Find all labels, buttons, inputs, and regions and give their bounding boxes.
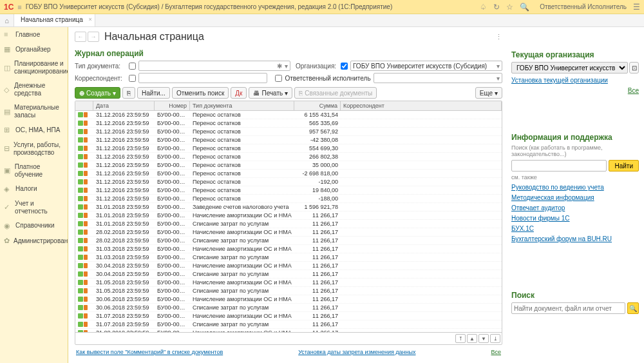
org-select[interactable]: ГОБУ ВПО Университет искусств (Субсидия) <box>511 62 628 74</box>
page-title: Начальная страница <box>104 31 204 43</box>
sidebar-label: Материальные запасы <box>14 104 64 119</box>
table-row[interactable]: 31.12.2016 23:59:59БУ00-000006Перенос ос… <box>75 144 502 153</box>
sidebar-icon: ◫ <box>4 64 10 72</box>
history-icon[interactable]: ↻ <box>493 3 500 12</box>
sidebar-item-10[interactable]: ◉Справочники <box>0 219 68 233</box>
cancel-find-button[interactable]: Отменить поиск <box>172 87 229 99</box>
resp-field[interactable]: ▾ <box>374 73 502 83</box>
col-date[interactable]: Дата <box>93 101 155 110</box>
org-section-title: Текущая организация <box>511 50 639 59</box>
footer-link-date[interactable]: Установка даты запрета изменения данных <box>298 349 415 355</box>
sidebar-item-6[interactable]: ⊟Услуги, работы, производство <box>0 138 68 160</box>
org-field[interactable]: ГОБУ ВПО Университет искусств (Субсидия)… <box>350 61 502 71</box>
table-row[interactable]: 31.03.2018 23:59:59БУ00-000003Списание з… <box>75 253 502 262</box>
sidebar-item-8[interactable]: ◈Налоги <box>0 182 68 197</box>
table-row[interactable]: 31.12.2016 23:59:59БУ00-000011Перенос ос… <box>75 186 502 195</box>
sidebar-item-1[interactable]: ▦Органайзер <box>0 42 68 57</box>
info-find-button[interactable]: Найти <box>609 160 639 172</box>
org-check[interactable] <box>341 63 348 70</box>
footer-link-comment[interactable]: Как вывести поле "Комментарий" в списке … <box>76 349 223 355</box>
table-row[interactable]: 28.02.2018 23:59:59БУ00-000002Начисление… <box>75 228 502 237</box>
menu-icon[interactable]: ≡ <box>17 3 21 11</box>
global-search-button[interactable]: 🔍 <box>627 302 639 314</box>
home-icon[interactable]: ⌂ <box>0 14 14 26</box>
print-button[interactable]: 🖶Печать▾ <box>249 87 292 99</box>
table-row[interactable]: 31.03.2018 23:59:59БУ00-000003Начисление… <box>75 245 502 253</box>
info-link-1[interactable]: Методическая информация <box>511 194 639 201</box>
sidebar-item-5[interactable]: ⊞ОС, НМА, НПА <box>0 123 68 137</box>
grid-bottom[interactable]: ⤓ <box>490 334 500 343</box>
table-row[interactable]: 31.12.2016 23:59:59БУ00-000005Перенос ос… <box>75 136 502 144</box>
grid-down[interactable]: ▼ <box>478 334 489 343</box>
sidebar-item-11[interactable]: ✿Администрирование <box>0 233 68 248</box>
grid-up[interactable]: ▲ <box>467 334 477 343</box>
table-row[interactable]: 31.12.2016 23:59:59БУ00-000009Перенос ос… <box>75 170 502 178</box>
footer-all[interactable]: Все <box>491 349 501 355</box>
bell-icon[interactable]: ♤ <box>480 3 487 12</box>
find-button[interactable]: Найти... <box>137 87 170 99</box>
sidebar-item-3[interactable]: ◇Денежные средства <box>0 79 68 101</box>
org-extra-button[interactable]: ⊡ <box>629 62 639 74</box>
table-row[interactable]: 31.01.2018 23:59:59БУ00-000001Заведение … <box>75 203 502 211</box>
corr-field[interactable] <box>138 73 267 83</box>
info-link-2[interactable]: Отвечает аудитор <box>511 204 639 211</box>
col-num[interactable]: Номер <box>155 101 190 110</box>
col-sum[interactable]: Сумма <box>294 101 341 110</box>
table-row[interactable]: 31.12.2016 23:59:59БУ00-000003Перенос ос… <box>75 119 502 128</box>
tab-start-page[interactable]: Начальная страница × <box>14 14 95 26</box>
sidebar-item-7[interactable]: ▣Платное обучение <box>0 160 68 182</box>
col-corr[interactable]: Корреспондент <box>341 101 502 110</box>
table-row[interactable]: 30.06.2018 23:59:59БУ00-000006Списание з… <box>75 304 502 312</box>
table-row[interactable]: 31.05.2018 23:59:59БУ00-000005Списание з… <box>75 287 502 295</box>
dk-button[interactable]: Дк <box>231 87 247 99</box>
info-link-4[interactable]: БУХ.1С <box>511 225 639 232</box>
see-also-label: см. также <box>511 174 639 181</box>
user-label[interactable]: Ответственный Исполнитель <box>540 3 627 10</box>
table-row[interactable]: 31.01.2018 23:59:59БУ00-000001Начисление… <box>75 211 502 220</box>
table-row[interactable]: 31.12.2016 23:59:59БУ00-000010Перенос ос… <box>75 178 502 186</box>
org-setup-link[interactable]: Установка текущей организации <box>511 77 639 84</box>
sidebar-item-4[interactable]: ▤Материальные запасы <box>0 101 68 123</box>
table-row[interactable]: 31.07.2018 23:59:59БУ00-000007Списание з… <box>75 320 502 329</box>
info-link-3[interactable]: Новости фирмы 1С <box>511 215 639 222</box>
doc-type-field[interactable]: ✱▾ <box>138 61 290 71</box>
info-search-input[interactable] <box>511 160 607 172</box>
table-row[interactable]: 31.01.2018 23:59:59БУ00-000001Списание з… <box>75 220 502 228</box>
global-search-input[interactable] <box>511 302 625 314</box>
table-row[interactable]: 31.07.2018 23:59:59БУ00-000007Начисление… <box>75 312 502 320</box>
resp-check[interactable] <box>275 75 282 82</box>
table-row[interactable]: 31.12.2016 23:59:59БУ00-000012Перенос ос… <box>75 195 502 203</box>
sidebar-icon: ◈ <box>4 185 12 193</box>
table-row[interactable]: 30.04.2018 23:59:59БУ00-000004Списание з… <box>75 270 502 279</box>
search-icon[interactable]: 🔍 <box>520 3 529 12</box>
table-row[interactable]: 30.06.2018 23:59:59БУ00-000006Начисление… <box>75 295 502 304</box>
org-all-link[interactable]: Все <box>628 87 639 94</box>
create-button[interactable]: ⊕Создать▾ <box>75 87 120 99</box>
table-row[interactable]: 28.02.2018 23:59:59БУ00-000002Списание з… <box>75 237 502 245</box>
more-icon[interactable]: ⋮ <box>495 33 502 41</box>
sidebar-item-2[interactable]: ◫Планирование и санкционирование <box>0 57 68 79</box>
close-icon[interactable]: × <box>89 16 92 23</box>
star-icon[interactable]: ☆ <box>506 3 513 12</box>
nav-back[interactable]: ← <box>75 32 86 42</box>
copy-button[interactable]: ⎘ <box>122 87 135 99</box>
corr-check[interactable] <box>129 75 136 82</box>
sidebar-item-9[interactable]: ✓Учет и отчетность <box>0 197 68 219</box>
table-row[interactable]: 31.12.2016 23:59:59БУ00-000001Перенос ос… <box>75 111 502 119</box>
sidebar-item-0[interactable]: ≡Главное <box>0 27 68 42</box>
doc-type-check[interactable] <box>129 63 136 70</box>
table-row[interactable]: 31.12.2016 23:59:59БУ00-000007Перенос ос… <box>75 153 502 161</box>
settings-icon[interactable]: ☰ <box>633 3 640 12</box>
more-button[interactable]: Еще▾ <box>475 87 502 99</box>
sidebar-icon: ▦ <box>4 45 12 54</box>
info-link-5[interactable]: Бухгалтерский форум на BUH.RU <box>511 235 639 242</box>
table-row[interactable]: 31.05.2018 23:59:59БУ00-000005Начисление… <box>75 279 502 287</box>
table-row[interactable]: 31.12.2016 23:59:59БУ00-000004Перенос ос… <box>75 128 502 136</box>
grid-top[interactable]: ⤒ <box>455 334 466 343</box>
table-row[interactable]: 30.04.2018 23:59:59БУ00-000004Начисление… <box>75 262 502 270</box>
nav-fwd[interactable]: → <box>88 32 99 42</box>
col-type[interactable]: Тип документа <box>190 101 294 110</box>
related-button[interactable]: ⎘Связанные документы <box>294 87 377 99</box>
info-link-0[interactable]: Руководство по ведению учета <box>511 184 639 191</box>
table-row[interactable]: 31.12.2016 23:59:59БУ00-000008Перенос ос… <box>75 161 502 170</box>
